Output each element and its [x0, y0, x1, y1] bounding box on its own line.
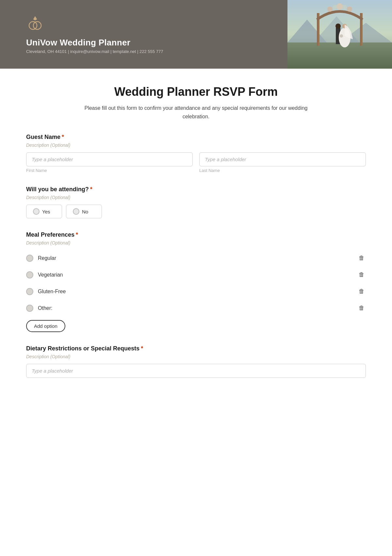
delete-vegetarian-button[interactable]: 🗑: [357, 270, 366, 279]
required-indicator-4: *: [141, 345, 143, 352]
page-header: UniVow Wedding Planner Cleveland, OH 441…: [0, 0, 392, 69]
svg-point-12: [347, 7, 352, 12]
required-indicator-3: *: [76, 231, 78, 238]
brand-name: UniVow Wedding Planner: [26, 38, 163, 48]
svg-point-11: [336, 3, 343, 10]
guest-name-label: Guest Name*: [26, 134, 366, 141]
wedding-photo: [287, 0, 392, 69]
form-subtitle: Please fill out this form to confirm you…: [82, 104, 310, 121]
vegetarian-radio: [26, 271, 33, 278]
meal-label: Meal Preferences*: [26, 231, 366, 238]
first-name-input[interactable]: [26, 152, 193, 166]
delete-other-button[interactable]: 🗑: [357, 303, 366, 313]
brand-info: UniVow Wedding Planner Cleveland, OH 441…: [26, 38, 163, 54]
meal-description: Description (Optional): [26, 240, 366, 245]
brand-contact: Cleveland, OH 44101 | inquire@univow.mai…: [26, 49, 163, 54]
attending-radio-group: Yes No: [26, 205, 366, 218]
svg-point-14: [342, 5, 347, 9]
dietary-label: Dietary Restrictions or Special Requests…: [26, 345, 366, 352]
attending-label: Will you be attending?*: [26, 186, 366, 193]
yes-radio-circle: [33, 208, 40, 215]
univow-logo-icon: [26, 15, 44, 33]
name-input-row: First Name Last Name: [26, 152, 366, 173]
last-name-group: Last Name: [199, 152, 366, 173]
section-attending: Will you be attending?* Description (Opt…: [26, 186, 366, 218]
first-name-group: First Name: [26, 152, 193, 173]
logo-container: [26, 15, 163, 33]
dietary-input[interactable]: [26, 364, 366, 378]
first-name-sublabel: First Name: [26, 168, 193, 173]
add-option-label: Add option: [34, 323, 57, 329]
svg-point-13: [333, 5, 337, 9]
svg-point-10: [327, 7, 333, 12]
guest-name-description: Description (Optional): [26, 143, 366, 148]
attending-description: Description (Optional): [26, 195, 366, 200]
wedding-photo-svg: [287, 0, 392, 69]
no-label: No: [82, 209, 88, 214]
other-radio: [26, 305, 33, 312]
regular-text: Regular: [38, 255, 56, 261]
header-left: UniVow Wedding Planner Cleveland, OH 441…: [26, 15, 163, 54]
required-indicator-2: *: [90, 186, 92, 193]
svg-marker-0: [33, 16, 37, 20]
section-meal: Meal Preferences* Description (Optional)…: [26, 231, 366, 332]
glutenfree-radio: [26, 288, 33, 295]
form-title: Wedding Planner RSVP Form: [26, 85, 366, 99]
meal-option-left-regular: Regular: [26, 255, 56, 262]
form-header: Wedding Planner RSVP Form Please fill ou…: [26, 85, 366, 121]
dietary-description: Description (Optional): [26, 354, 366, 359]
main-content: Wedding Planner RSVP Form Please fill ou…: [0, 69, 392, 411]
delete-glutenfree-button[interactable]: 🗑: [357, 287, 366, 296]
svg-point-19: [340, 34, 343, 38]
yes-label: Yes: [42, 209, 50, 214]
delete-regular-button[interactable]: 🗑: [357, 253, 366, 263]
list-item: Gluten-Free 🗑: [26, 283, 366, 299]
svg-point-16: [335, 24, 341, 29]
section-dietary: Dietary Restrictions or Special Requests…: [26, 345, 366, 378]
svg-rect-7: [287, 42, 392, 69]
meal-option-left-other: Other:: [26, 305, 52, 312]
list-item: Regular 🗑: [26, 250, 366, 266]
attending-yes-option[interactable]: Yes: [26, 205, 62, 218]
add-option-button[interactable]: Add option: [26, 320, 65, 332]
header-decoration: [255, 0, 392, 69]
last-name-sublabel: Last Name: [199, 168, 366, 173]
list-item: Vegetarian 🗑: [26, 267, 366, 283]
section-guest-name: Guest Name* Description (Optional) First…: [26, 134, 366, 173]
meal-option-left-gf: Gluten-Free: [26, 288, 66, 295]
meal-option-left-veg: Vegetarian: [26, 271, 63, 278]
attending-no-option[interactable]: No: [66, 205, 102, 218]
glutenfree-text: Gluten-Free: [38, 289, 66, 295]
no-radio-circle: [73, 208, 79, 215]
meal-options-list: Regular 🗑 Vegetarian 🗑 Gluten-Free 🗑: [26, 250, 366, 316]
other-text: Other:: [38, 305, 52, 311]
last-name-input[interactable]: [199, 152, 366, 166]
vegetarian-text: Vegetarian: [38, 272, 63, 278]
regular-radio: [26, 255, 33, 262]
list-item: Other: 🗑: [26, 300, 366, 316]
required-indicator: *: [62, 134, 64, 140]
